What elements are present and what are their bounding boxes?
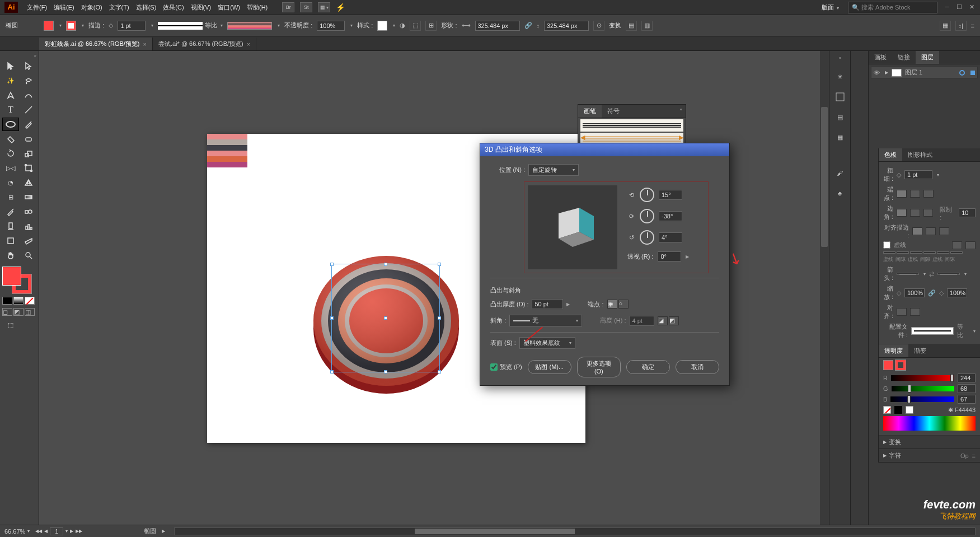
align-arrow-2[interactable]: [910, 308, 920, 316]
eraser-tool[interactable]: [20, 132, 37, 146]
bridge-icon[interactable]: Br: [282, 2, 294, 12]
menu-effect[interactable]: 效果(C): [160, 1, 187, 14]
curve-tool[interactable]: [20, 88, 37, 102]
align-inside[interactable]: [926, 227, 936, 235]
active-stroke-swatch[interactable]: [895, 360, 906, 370]
symbol-panel-icon[interactable]: ♣: [833, 187, 847, 199]
pen-tool[interactable]: [2, 88, 19, 102]
shaper-tool[interactable]: [2, 132, 19, 146]
brush-item-1[interactable]: [580, 119, 683, 132]
blend-tool[interactable]: [20, 205, 37, 218]
cap-off-button[interactable]: ○: [618, 300, 629, 309]
dash-align-1[interactable]: [952, 241, 962, 249]
align-arrow-1[interactable]: [897, 308, 907, 316]
align-outside[interactable]: [939, 227, 949, 235]
dash-align-2[interactable]: [965, 241, 976, 249]
rotation-cube-preview[interactable]: [528, 185, 617, 269]
window-maximize[interactable]: ☐: [955, 4, 963, 11]
arrange-docs-icon[interactable]: ▦▾: [318, 2, 330, 12]
none-swatch[interactable]: [883, 406, 891, 414]
perspective-input[interactable]: 0°: [658, 251, 681, 262]
cap-square[interactable]: [923, 190, 934, 198]
gradient-tab[interactable]: 渐变: [908, 344, 932, 357]
map-art-button[interactable]: 贴图 (M)...: [528, 360, 571, 374]
properties-icon[interactable]: ☀: [833, 71, 847, 83]
line-tool[interactable]: [20, 103, 37, 116]
free-transform-tool[interactable]: [20, 161, 37, 175]
fill-stroke-swatches[interactable]: [2, 267, 36, 295]
arrow-end[interactable]: [937, 273, 960, 275]
selection-tool[interactable]: [2, 59, 19, 73]
red-value[interactable]: 244: [958, 373, 976, 382]
green-value[interactable]: 68: [958, 384, 976, 393]
corner-round[interactable]: [910, 209, 920, 217]
angle-y-input[interactable]: -38°: [659, 211, 682, 221]
tab-links[interactable]: 链接: [892, 51, 916, 64]
rotate-tool[interactable]: [2, 147, 19, 160]
color-spectrum[interactable]: [883, 416, 976, 431]
perspective-tool[interactable]: [20, 176, 37, 189]
dialog-title-bar[interactable]: 3D 凸出和斜角选项: [480, 143, 729, 156]
grid-icon[interactable]: ▦: [940, 21, 951, 31]
graph-tool[interactable]: [20, 220, 37, 233]
white-swatch[interactable]: [906, 406, 913, 414]
fill-color-box[interactable]: [2, 267, 21, 286]
stroke-weight-field[interactable]: 1 pt: [904, 170, 932, 179]
dash-field-6[interactable]: [950, 251, 963, 254]
scale-tool[interactable]: [20, 147, 37, 160]
eyedropper-tool[interactable]: [2, 205, 19, 218]
dash-checkbox[interactable]: [883, 241, 890, 249]
tab-close-icon[interactable]: ×: [143, 41, 146, 48]
recolor-icon[interactable]: ◑: [400, 22, 405, 29]
gpu-icon[interactable]: ⚡: [336, 3, 345, 12]
draw-normal[interactable]: ◻: [2, 308, 12, 316]
artboard-nav[interactable]: ◀◀◀1▾▶▶▶: [35, 527, 82, 535]
search-stock-input[interactable]: 🔍 搜索 Adobe Stock: [848, 2, 937, 13]
angle-x-input[interactable]: 15°: [659, 190, 682, 200]
window-close[interactable]: ✕: [968, 4, 976, 11]
cap-on-button[interactable]: ◉: [607, 300, 617, 309]
layer-name-label[interactable]: 图层 1: [905, 68, 922, 77]
swatches-icon[interactable]: ▦: [833, 131, 847, 143]
menu-object[interactable]: 对象(O): [78, 1, 106, 14]
zoom-tool[interactable]: [20, 249, 37, 262]
screen-mode-btn[interactable]: ⬚: [2, 318, 19, 331]
menu-view[interactable]: 视图(V): [187, 1, 215, 14]
tab-close-icon[interactable]: ×: [247, 41, 250, 48]
color-guide-icon[interactable]: ▤: [833, 111, 847, 123]
mesh-tool[interactable]: ⊞: [2, 190, 19, 204]
stroke-swatch[interactable]: [66, 21, 76, 31]
layer-expand-icon[interactable]: ▶: [885, 70, 888, 75]
magic-wand-tool[interactable]: ✨: [2, 74, 19, 87]
arrow-start[interactable]: [897, 273, 919, 275]
hand-tool[interactable]: [2, 249, 19, 262]
align-icon[interactable]: ⬚: [410, 21, 421, 31]
corner-miter[interactable]: [897, 209, 907, 217]
tab-layers[interactable]: 图层: [916, 51, 939, 64]
document-tab-2[interactable]: 尝试.ai* @ 66.67% (RGB/预览) ×: [153, 38, 256, 50]
more-options-button[interactable]: 更多选项 (O): [577, 357, 621, 377]
layer-visibility-icon[interactable]: 👁: [874, 69, 881, 76]
transform-accordion[interactable]: ▶变换: [879, 436, 980, 449]
shape-width-input[interactable]: 325.484 px: [475, 21, 520, 31]
symbol-spray-tool[interactable]: [2, 220, 19, 233]
dash-field-4[interactable]: [923, 251, 936, 254]
brush-tool[interactable]: [20, 118, 37, 131]
bevel-dropdown[interactable]: 无 ▾: [509, 315, 582, 326]
cap-round[interactable]: [910, 190, 920, 198]
fill-swatch[interactable]: [44, 21, 54, 31]
dash-field-5[interactable]: [937, 251, 949, 254]
profile-dropdown[interactable]: [911, 327, 954, 335]
window-minimize[interactable]: ─: [943, 4, 951, 11]
symbols-tab[interactable]: 符号: [602, 105, 625, 118]
transparency-tab[interactable]: 透明度: [879, 344, 908, 357]
menu-edit[interactable]: 编辑(E): [50, 1, 78, 14]
menu-select[interactable]: 选择(S): [133, 1, 160, 14]
shape-height-input[interactable]: 325.484 px: [544, 21, 589, 31]
align2-icon[interactable]: ⊞: [425, 21, 437, 31]
opacity-input[interactable]: 100%: [317, 21, 345, 31]
transform-label[interactable]: 变换: [609, 21, 621, 30]
position-dropdown[interactable]: 自定旋转▾: [528, 164, 579, 176]
layer-row-1[interactable]: 👁 ▶ 图层 1: [871, 67, 978, 78]
ellipse-tool[interactable]: [2, 118, 19, 131]
